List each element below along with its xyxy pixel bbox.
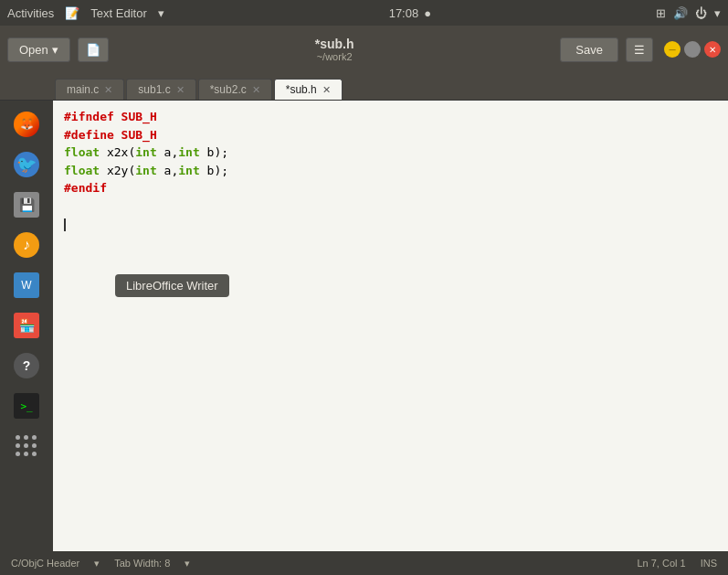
tab-width-arrow[interactable]: ▾ xyxy=(185,558,190,570)
tab-sub-h[interactable]: *sub.h ✕ xyxy=(274,79,343,100)
sidebar-icon-music[interactable]: ♪ xyxy=(8,227,45,263)
file-info: *sub.h ~/work2 xyxy=(116,37,554,62)
editor-content[interactable]: #ifndef SUB_H #define SUB_H float x2x(in… xyxy=(53,101,728,240)
tab-label: main.c xyxy=(67,83,99,96)
code-line-3f: b); xyxy=(200,145,228,159)
maximize-button[interactable] xyxy=(684,41,701,58)
code-line-4b: x2y( xyxy=(100,164,135,177)
tab-close-sub-h[interactable]: ✕ xyxy=(322,84,331,96)
code-line-1: #ifndef SUB_H xyxy=(64,110,157,123)
tab-close-main-c[interactable]: ✕ xyxy=(104,84,112,96)
system-bar-left: Activities 📝 Text Editor ▾ xyxy=(7,6,164,20)
app-icon: 📝 xyxy=(65,6,79,20)
settings-arrow[interactable]: ▾ xyxy=(714,6,721,20)
recording-dot: ● xyxy=(424,6,431,20)
network-icon: ⊞ xyxy=(656,6,666,20)
system-bar: Activities 📝 Text Editor ▾ 17:08 ● ⊞ 🔊 ⏻… xyxy=(0,0,728,26)
window-controls: ─ ✕ xyxy=(664,41,721,58)
code-line-3b: x2x( xyxy=(100,145,135,159)
code-line-4e: int xyxy=(178,164,199,177)
save-button[interactable]: Save xyxy=(560,37,618,62)
sidebar-icon-thunderbird[interactable]: 🐦 xyxy=(8,146,45,183)
tab-width-selector[interactable]: Tab Width: 8 xyxy=(114,558,170,569)
sidebar-icon-apps[interactable] xyxy=(8,428,45,464)
activities-label[interactable]: Activities xyxy=(7,6,54,20)
document-icon-button[interactable]: 📄 xyxy=(78,37,109,62)
sidebar-icon-firefox[interactable]: 🦊 xyxy=(8,106,45,143)
status-bar-right: Ln 7, Col 1 INS xyxy=(637,558,717,569)
code-line-3e: int xyxy=(178,145,199,159)
tab-sub1-c[interactable]: sub1.c ✕ xyxy=(126,79,195,100)
tab-close-sub1-c[interactable]: ✕ xyxy=(176,84,185,96)
filename-display: *sub.h xyxy=(116,37,554,51)
language-arrow[interactable]: ▾ xyxy=(94,558,100,570)
code-line-4c: int xyxy=(135,164,156,177)
close-button[interactable]: ✕ xyxy=(704,41,721,58)
music-icon: ♪ xyxy=(14,232,39,258)
code-line-4: float xyxy=(64,164,100,177)
time-display: 17:08 xyxy=(389,6,419,20)
edit-mode: INS xyxy=(701,558,717,569)
writer-icon: W xyxy=(14,272,39,298)
code-line-4d: a, xyxy=(157,164,178,177)
sidebar-icon-help[interactable]: ? xyxy=(8,347,45,384)
filepath-display: ~/work2 xyxy=(116,51,554,62)
firefox-icon: 🦊 xyxy=(14,112,39,137)
open-button[interactable]: Open ▾ xyxy=(7,37,70,62)
sound-icon[interactable]: 🔊 xyxy=(673,6,688,20)
sidebar: 🦊 🐦 💾 ♪ W 🏪 ? >_ xyxy=(0,101,53,551)
app-menu-arrow[interactable]: ▾ xyxy=(158,6,164,20)
apps-icon xyxy=(16,435,37,457)
main-area: 🦊 🐦 💾 ♪ W 🏪 ? >_ xyxy=(0,101,728,551)
open-dropdown-arrow: ▾ xyxy=(52,43,58,57)
system-bar-center: 17:08 ● xyxy=(389,6,431,20)
power-icon[interactable]: ⏻ xyxy=(695,6,707,20)
code-line-3d: a, xyxy=(157,145,178,159)
sidebar-icon-store[interactable]: 🏪 xyxy=(8,307,45,344)
language-selector[interactable]: C/ObjC Header xyxy=(11,558,79,569)
terminal-icon: >_ xyxy=(14,393,39,419)
tab-label: sub1.c xyxy=(138,83,170,96)
store-icon: 🏪 xyxy=(14,313,39,338)
app-name-label[interactable]: Text Editor xyxy=(90,6,146,20)
menu-button[interactable]: ☰ xyxy=(626,37,653,62)
minimize-button[interactable]: ─ xyxy=(664,41,681,58)
tab-sub2-c[interactable]: *sub2.c ✕ xyxy=(198,79,272,100)
editor-area[interactable]: #ifndef SUB_H #define SUB_H float x2x(in… xyxy=(53,101,728,551)
cursor-position: Ln 7, Col 1 xyxy=(637,558,685,569)
system-bar-right: ⊞ 🔊 ⏻ ▾ xyxy=(656,6,721,20)
code-line-4f: b); xyxy=(200,164,228,177)
code-line-5: #endif xyxy=(64,181,107,195)
sidebar-icon-files[interactable]: 💾 xyxy=(8,186,45,223)
tab-label: *sub2.c xyxy=(210,83,247,96)
tab-close-sub2-c[interactable]: ✕ xyxy=(252,84,260,96)
app-toolbar: Open ▾ 📄 *sub.h ~/work2 Save ☰ ─ ✕ xyxy=(0,26,728,73)
status-bar: C/ObjC Header ▾ Tab Width: 8 ▾ Ln 7, Col… xyxy=(0,551,728,575)
sidebar-icon-terminal[interactable]: >_ xyxy=(8,388,45,424)
tab-label: *sub.h xyxy=(286,83,317,96)
sidebar-icon-writer[interactable]: W xyxy=(8,267,45,303)
code-line-2: #define SUB_H xyxy=(64,128,157,142)
tab-bar: main.c ✕ sub1.c ✕ *sub2.c ✕ *sub.h ✕ xyxy=(0,73,728,101)
thunderbird-icon: 🐦 xyxy=(14,152,39,177)
code-line-3: float xyxy=(64,145,100,159)
help-icon: ? xyxy=(14,353,39,378)
cursor-line-7 xyxy=(64,217,66,230)
tooltip-libreoffice: LibreOffice Writer xyxy=(115,274,229,297)
tooltip-text: LibreOffice Writer xyxy=(126,279,218,293)
tab-main-c[interactable]: main.c ✕ xyxy=(55,79,124,100)
open-label: Open xyxy=(19,43,48,57)
files-icon: 💾 xyxy=(14,192,39,218)
code-line-3c: int xyxy=(135,145,156,159)
